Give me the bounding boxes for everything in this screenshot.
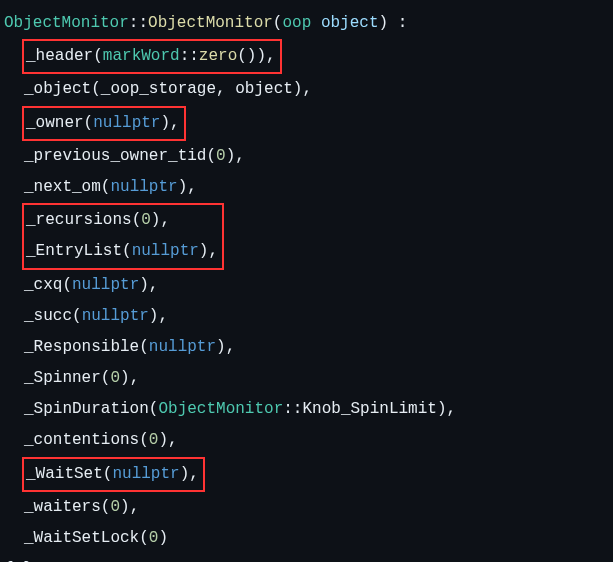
class-name: ObjectMonitor xyxy=(158,400,283,418)
comma: , xyxy=(130,369,140,387)
keyword-nullptr: nullptr xyxy=(132,242,199,260)
keyword-nullptr: nullptr xyxy=(93,114,160,132)
space xyxy=(311,14,321,32)
paren: ) xyxy=(158,431,168,449)
comma: , xyxy=(226,338,236,356)
comma: , xyxy=(216,80,235,98)
comma: , xyxy=(266,47,276,65)
paren: ) xyxy=(160,114,170,132)
paren: ) xyxy=(379,14,389,32)
member: _owner xyxy=(26,114,84,132)
keyword-nullptr: nullptr xyxy=(149,338,216,356)
member: _EntryList xyxy=(26,242,122,260)
comma: , xyxy=(208,242,218,260)
paren: ( xyxy=(62,276,72,294)
class-name: ObjectMonitor xyxy=(4,14,129,32)
paren: ( xyxy=(93,47,103,65)
paren: ( xyxy=(101,369,111,387)
paren: ( xyxy=(103,465,113,483)
comma: , xyxy=(187,178,197,196)
paren: ( xyxy=(72,307,82,325)
highlight-box: _header(markWord::zero()), xyxy=(22,39,282,74)
arg: object xyxy=(235,80,293,98)
code-line: _object(_oop_storage, object), xyxy=(4,74,609,105)
code-line: _header(markWord::zero()), xyxy=(4,39,609,74)
scope-op: :: xyxy=(180,47,199,65)
comma: , xyxy=(189,465,199,483)
scope-op: :: xyxy=(283,400,302,418)
scope-op: :: xyxy=(129,14,148,32)
paren: ( xyxy=(237,47,247,65)
arg: _oop_storage xyxy=(101,80,216,98)
paren: ( xyxy=(139,338,149,356)
func-name: zero xyxy=(199,47,237,65)
comma: , xyxy=(168,431,178,449)
code-line: _next_om(nullptr), xyxy=(4,172,609,203)
member: _Spinner xyxy=(24,369,101,387)
code-line: ObjectMonitor::ObjectMonitor(oop object)… xyxy=(4,8,609,39)
paren: ( xyxy=(84,114,94,132)
code-line: _recursions(0),_EntryList(nullptr), xyxy=(4,203,609,269)
paren: ) xyxy=(256,47,266,65)
member: _WaitSetLock xyxy=(24,529,139,547)
code-line: _Responsible(nullptr), xyxy=(4,332,609,363)
paren: ) xyxy=(216,338,226,356)
code-line: _previous_owner_tid(0), xyxy=(4,141,609,172)
member: _SpinDuration xyxy=(24,400,149,418)
paren: ) xyxy=(226,147,236,165)
keyword-nullptr: nullptr xyxy=(110,178,177,196)
member: _cxq xyxy=(24,276,62,294)
member: _object xyxy=(24,80,91,98)
comma: , xyxy=(130,498,140,516)
paren: ) xyxy=(158,529,168,547)
comma: , xyxy=(302,80,312,98)
highlight-box: _recursions(0),_EntryList(nullptr), xyxy=(22,203,224,269)
class-name: markWord xyxy=(103,47,180,65)
paren: ) xyxy=(151,211,161,229)
ctor-name: ObjectMonitor xyxy=(148,14,273,32)
number: 0 xyxy=(149,529,159,547)
paren: ) xyxy=(178,178,188,196)
member: _contentions xyxy=(24,431,139,449)
member: _waiters xyxy=(24,498,101,516)
code-line: _contentions(0), xyxy=(4,425,609,456)
keyword-nullptr: nullptr xyxy=(72,276,139,294)
paren: ) xyxy=(199,242,209,260)
comma: , xyxy=(160,211,170,229)
comma: , xyxy=(149,276,159,294)
comma: , xyxy=(170,114,180,132)
paren: ( xyxy=(139,529,149,547)
code-line: _SpinDuration(ObjectMonitor::Knob_SpinLi… xyxy=(4,394,609,425)
member: _next_om xyxy=(24,178,101,196)
comma: , xyxy=(158,307,168,325)
paren: ) xyxy=(149,307,159,325)
paren: ( xyxy=(132,211,142,229)
paren: ( xyxy=(101,498,111,516)
paren: ( xyxy=(139,431,149,449)
member: _recursions xyxy=(26,211,132,229)
paren: ) xyxy=(120,498,130,516)
paren: ) xyxy=(180,465,190,483)
paren: ( xyxy=(149,400,159,418)
member: _previous_owner_tid xyxy=(24,147,206,165)
field: Knob_SpinLimit xyxy=(302,400,436,418)
code-line: _waiters(0), xyxy=(4,492,609,523)
highlight-box: _owner(nullptr), xyxy=(22,106,186,141)
code-line: _succ(nullptr), xyxy=(4,301,609,332)
code-line: _cxq(nullptr), xyxy=(4,270,609,301)
paren: ) xyxy=(437,400,447,418)
param-name: object xyxy=(321,14,379,32)
paren: ) xyxy=(120,369,130,387)
code-line: _WaitSet(nullptr), xyxy=(4,457,609,492)
code-line: { } xyxy=(4,554,609,562)
highlight-box: _WaitSet(nullptr), xyxy=(22,457,205,492)
number: 0 xyxy=(110,369,120,387)
member: _WaitSet xyxy=(26,465,103,483)
keyword-nullptr: nullptr xyxy=(112,465,179,483)
comma: , xyxy=(235,147,245,165)
member: _Responsible xyxy=(24,338,139,356)
code-line: _WaitSetLock(0) xyxy=(4,523,609,554)
code-line: _Spinner(0), xyxy=(4,363,609,394)
member: _succ xyxy=(24,307,72,325)
code-line: _owner(nullptr), xyxy=(4,106,609,141)
